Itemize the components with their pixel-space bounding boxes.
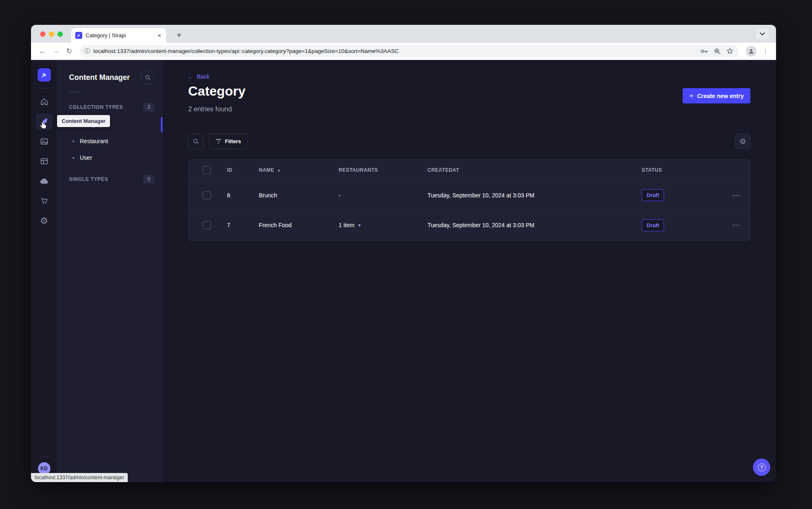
filters-label: Filters bbox=[225, 138, 241, 144]
column-header-restaurants[interactable]: RESTAURANTS bbox=[339, 167, 427, 173]
table-row[interactable]: 7 French Food 1 item▼ Tuesday, September… bbox=[189, 210, 750, 240]
view-settings-button[interactable]: ⚙ bbox=[735, 134, 750, 149]
question-mark-icon: ? bbox=[758, 463, 766, 471]
sidebar-item-label: User bbox=[80, 154, 92, 161]
column-header-createdat[interactable]: CREATEDAT bbox=[427, 167, 642, 173]
forward-nav-icon[interactable]: → bbox=[50, 46, 62, 57]
entries-count: 2 entries found bbox=[188, 106, 232, 113]
tab-strip: Category | Strapi × + bbox=[31, 25, 776, 43]
browser-toolbar: ← → ↻ ⓘ localhost:1337/admin/content-man… bbox=[31, 43, 776, 60]
page-title: Category bbox=[188, 84, 246, 99]
browser-menu-icon[interactable]: ⋮ bbox=[761, 48, 770, 55]
pointer-cursor-icon bbox=[38, 121, 48, 130]
cell-id: 8 bbox=[227, 192, 259, 199]
row-actions-menu-icon[interactable]: ⋯ bbox=[722, 191, 751, 200]
cell-name: Brunch bbox=[259, 192, 339, 199]
url-bar[interactable]: ⓘ localhost:1337/admin/content-manager/c… bbox=[80, 45, 738, 57]
reload-icon[interactable]: ↻ bbox=[63, 46, 75, 57]
browser-window: Category | Strapi × + ← → ↻ ⓘ localhost:… bbox=[31, 25, 776, 482]
cell-name: French Food bbox=[259, 222, 339, 228]
new-tab-button[interactable]: + bbox=[173, 29, 185, 41]
search-entries-button[interactable] bbox=[188, 134, 203, 149]
strapi-app: ⚙ KD Content Manager COLLECTION TYPES 3 … bbox=[31, 60, 776, 482]
settings-icon[interactable]: ⚙ bbox=[36, 213, 53, 229]
cloud-icon[interactable] bbox=[36, 173, 53, 190]
close-window-button[interactable] bbox=[40, 31, 45, 37]
home-icon[interactable] bbox=[36, 94, 53, 110]
content-type-builder-icon[interactable] bbox=[36, 153, 53, 170]
create-button-label: Create new entry bbox=[697, 93, 744, 99]
filter-icon bbox=[216, 139, 221, 143]
sidebar-divider bbox=[37, 88, 52, 89]
single-types-section-header: SINGLE TYPES 0 bbox=[57, 173, 162, 186]
table-row[interactable]: 8 Brunch - Tuesday, September 10, 2024 a… bbox=[189, 180, 750, 210]
sidebar-footer-divider bbox=[37, 457, 52, 457]
tab-close-icon[interactable]: × bbox=[157, 32, 162, 39]
url-text[interactable]: localhost:1337/admin/content-manager/col… bbox=[93, 48, 694, 54]
sidebar-item-restaurant[interactable]: Restaurant bbox=[57, 133, 162, 149]
single-types-label: SINGLE TYPES bbox=[69, 176, 108, 182]
back-link[interactable]: ← Back bbox=[187, 73, 210, 80]
row-checkbox[interactable] bbox=[203, 191, 211, 199]
bullet-icon bbox=[72, 157, 74, 159]
bullet-icon bbox=[72, 140, 74, 142]
main-content: ← Back Category 2 entries found + Create… bbox=[163, 60, 776, 482]
fullscreen-window-button[interactable] bbox=[57, 31, 63, 37]
filters-button[interactable]: Filters bbox=[209, 134, 248, 149]
content-manager-tooltip: Content Manager bbox=[57, 115, 110, 127]
help-button[interactable]: ? bbox=[753, 459, 770, 476]
create-new-entry-button[interactable]: + Create new entry bbox=[683, 88, 750, 103]
table-header-row: ID NAME▲ RESTAURANTS CREATEDAT STATUS bbox=[189, 160, 750, 180]
tab-search-button[interactable] bbox=[756, 29, 769, 39]
media-library-icon[interactable] bbox=[36, 133, 53, 150]
subnav-divider bbox=[69, 91, 81, 92]
strapi-favicon-icon bbox=[75, 32, 82, 39]
collection-types-section-header: COLLECTION TYPES 3 bbox=[57, 101, 162, 114]
tab-title: Category | Strapi bbox=[86, 32, 153, 38]
status-badge: Draft bbox=[642, 219, 664, 231]
entries-table: ID NAME▲ RESTAURANTS CREATEDAT STATUS 8 … bbox=[188, 159, 750, 241]
active-indicator bbox=[161, 117, 162, 132]
password-key-icon[interactable] bbox=[700, 48, 708, 54]
chevron-down-icon: ▼ bbox=[357, 223, 361, 228]
back-nav-icon[interactable]: ← bbox=[37, 46, 48, 57]
collection-types-count-badge: 3 bbox=[143, 103, 154, 111]
bookmark-star-icon[interactable] bbox=[726, 48, 733, 55]
subnav-search-button[interactable] bbox=[141, 71, 154, 84]
zoom-page-icon[interactable] bbox=[714, 48, 721, 55]
status-badge: Draft bbox=[642, 189, 664, 201]
strapi-logo-icon[interactable] bbox=[38, 68, 51, 82]
sidebar-item-user[interactable]: User bbox=[57, 149, 162, 166]
sort-asc-icon: ▲ bbox=[277, 168, 281, 172]
arrow-left-icon: ← bbox=[187, 73, 193, 80]
column-header-id[interactable]: ID bbox=[227, 167, 259, 173]
column-header-name[interactable]: NAME▲ bbox=[259, 167, 339, 173]
back-label: Back bbox=[197, 73, 210, 80]
row-checkbox[interactable] bbox=[203, 221, 211, 229]
select-all-checkbox[interactable] bbox=[203, 166, 211, 174]
cell-createdat: Tuesday, September 10, 2024 at 3:03 PM bbox=[427, 222, 642, 228]
cell-restaurants[interactable]: 1 item▼ bbox=[339, 222, 427, 228]
row-actions-menu-icon[interactable]: ⋯ bbox=[722, 221, 751, 230]
site-info-icon[interactable]: ⓘ bbox=[85, 48, 90, 55]
link-preview-statusbar: localhost:1337/admin/content-manager bbox=[31, 473, 128, 482]
cell-createdat: Tuesday, September 10, 2024 at 3:03 PM bbox=[427, 192, 642, 199]
single-types-count-badge: 0 bbox=[143, 175, 154, 183]
browser-profile-icon[interactable] bbox=[746, 46, 757, 57]
cell-id: 7 bbox=[227, 222, 259, 228]
marketplace-icon[interactable] bbox=[36, 193, 53, 209]
plus-icon: + bbox=[689, 92, 693, 100]
collection-types-label: COLLECTION TYPES bbox=[69, 104, 123, 110]
sidebar-item-label: Restaurant bbox=[80, 138, 108, 144]
browser-tab[interactable]: Category | Strapi × bbox=[71, 28, 166, 43]
subnav-title: Content Manager bbox=[69, 73, 135, 82]
cell-restaurants: - bbox=[339, 192, 427, 199]
window-controls bbox=[40, 31, 63, 37]
column-header-status[interactable]: STATUS bbox=[642, 167, 722, 173]
minimize-window-button[interactable] bbox=[49, 31, 54, 37]
